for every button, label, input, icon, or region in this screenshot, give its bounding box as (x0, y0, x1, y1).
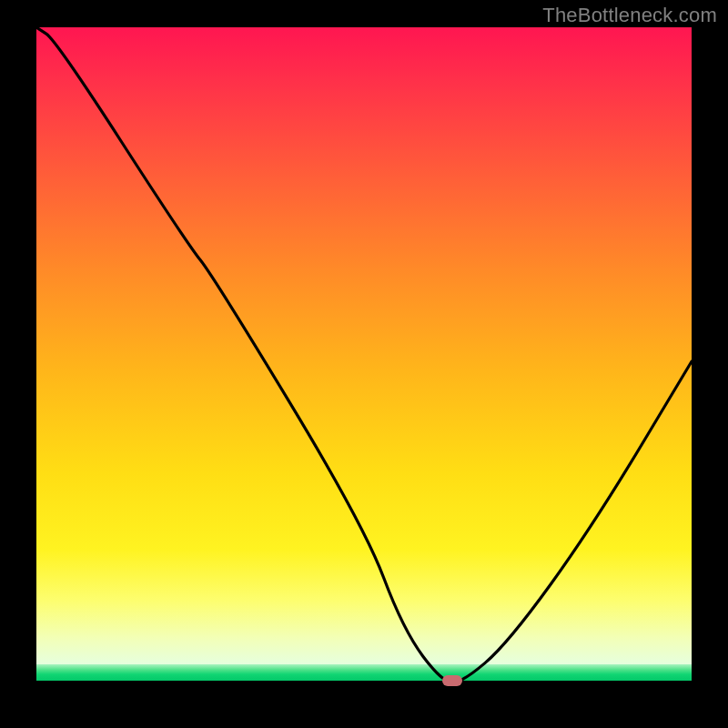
optimal-point-marker (442, 675, 462, 686)
plot-area (36, 27, 692, 682)
bottleneck-curve (36, 27, 692, 682)
chart-container: TheBottleneck.com (0, 0, 728, 728)
watermark-text: TheBottleneck.com (542, 4, 717, 27)
